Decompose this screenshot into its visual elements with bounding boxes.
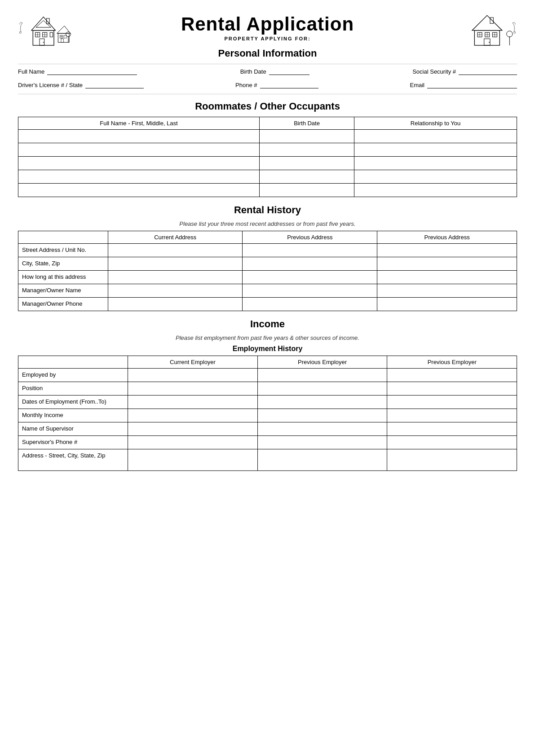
header: Rental Application PROPERTY APPLYING FOR… bbox=[18, 13, 517, 41]
emp-supervisor-current[interactable] bbox=[128, 422, 258, 436]
emp-income-prev2[interactable] bbox=[387, 409, 517, 422]
emp-addr-prev1[interactable] bbox=[257, 449, 387, 471]
table-row: City, State, Zip bbox=[18, 257, 517, 271]
house-right-icon bbox=[463, 5, 517, 50]
rental-manager-prev1[interactable] bbox=[243, 284, 377, 298]
emp-supphone-prev2[interactable] bbox=[387, 436, 517, 449]
svg-marker-1 bbox=[31, 17, 55, 31]
roommates-col-3: Relationship to You bbox=[354, 117, 517, 130]
birth-date-field[interactable] bbox=[269, 67, 310, 75]
table-row: Manager/Owner Name bbox=[18, 284, 517, 298]
emp-pos-prev1[interactable] bbox=[257, 382, 387, 396]
table-row: Monthly Income bbox=[18, 409, 517, 422]
svg-marker-23 bbox=[472, 15, 502, 30]
rental-row-label-1: Street Address / Unit No. bbox=[18, 244, 108, 257]
personal-info-row-2: Driver's License # / State Phone # Email bbox=[18, 80, 517, 88]
emp-income-prev1[interactable] bbox=[257, 409, 387, 422]
emp-dates-current[interactable] bbox=[128, 396, 258, 409]
emp-by-prev1[interactable] bbox=[257, 369, 387, 382]
roommate-bd-1[interactable] bbox=[260, 130, 354, 143]
emp-supphone-current[interactable] bbox=[128, 436, 258, 449]
table-row: Employed by bbox=[18, 369, 517, 382]
emp-by-prev2[interactable] bbox=[387, 369, 517, 382]
rental-history-note: Please list your three most recent addre… bbox=[18, 220, 517, 227]
roommate-rel-4[interactable] bbox=[354, 170, 517, 184]
rental-city-prev2[interactable] bbox=[377, 257, 517, 271]
rental-howlong-prev1[interactable] bbox=[243, 271, 377, 284]
emp-pos-current[interactable] bbox=[128, 382, 258, 396]
main-title: Rental Application bbox=[181, 13, 354, 35]
rental-phone-prev1[interactable] bbox=[243, 298, 377, 311]
emp-addr-current[interactable] bbox=[128, 449, 258, 471]
roommate-rel-1[interactable] bbox=[354, 130, 517, 143]
roommate-rel-2[interactable] bbox=[354, 143, 517, 157]
phone-field[interactable] bbox=[260, 80, 318, 88]
roommate-name-5[interactable] bbox=[18, 184, 260, 197]
emp-col-3: Previous Employer bbox=[387, 356, 517, 369]
rental-phone-current[interactable] bbox=[108, 298, 243, 311]
emp-addr-prev2[interactable] bbox=[387, 449, 517, 471]
emp-col-1: Current Employer bbox=[128, 356, 258, 369]
svg-point-0 bbox=[19, 31, 21, 33]
rental-manager-prev2[interactable] bbox=[377, 284, 517, 298]
svg-marker-14 bbox=[57, 26, 71, 34]
roommate-bd-2[interactable] bbox=[260, 143, 354, 157]
table-row bbox=[18, 170, 517, 184]
ssn-field[interactable] bbox=[459, 67, 517, 75]
roommate-bd-4[interactable] bbox=[260, 170, 354, 184]
email-field[interactable] bbox=[427, 80, 517, 88]
employment-table: Current Employer Previous Employer Previ… bbox=[18, 356, 517, 471]
roommate-rel-3[interactable] bbox=[354, 157, 517, 170]
roommate-name-3[interactable] bbox=[18, 157, 260, 170]
emp-income-current[interactable] bbox=[128, 409, 258, 422]
svg-rect-36 bbox=[490, 18, 493, 23]
svg-point-38 bbox=[507, 31, 513, 37]
roommate-rel-5[interactable] bbox=[354, 184, 517, 197]
emp-supervisor-prev2[interactable] bbox=[387, 422, 517, 436]
emp-row-label-7: Address - Street, City, State, Zip bbox=[18, 449, 128, 471]
rental-howlong-prev2[interactable] bbox=[377, 271, 517, 284]
rental-city-current[interactable] bbox=[108, 257, 243, 271]
birth-date-group: Birth Date bbox=[240, 67, 310, 75]
rental-howlong-current[interactable] bbox=[108, 271, 243, 284]
rental-col-1: Current Address bbox=[108, 231, 243, 244]
header-icon-left bbox=[18, 5, 72, 50]
rental-history-title: Rental History bbox=[18, 204, 517, 216]
emp-row-label-5: Name of Supervisor bbox=[18, 422, 128, 436]
svg-rect-20 bbox=[61, 39, 63, 42]
emp-pos-prev2[interactable] bbox=[387, 382, 517, 396]
emp-row-label-1: Employed by bbox=[18, 369, 128, 382]
table-row bbox=[18, 157, 517, 170]
roommate-name-1[interactable] bbox=[18, 130, 260, 143]
table-row: Name of Supervisor bbox=[18, 422, 517, 436]
emp-by-current[interactable] bbox=[128, 369, 258, 382]
rental-phone-prev2[interactable] bbox=[377, 298, 517, 311]
roommate-bd-5[interactable] bbox=[260, 184, 354, 197]
rental-street-current[interactable] bbox=[108, 244, 243, 257]
table-row bbox=[18, 184, 517, 197]
roommate-bd-3[interactable] bbox=[260, 157, 354, 170]
emp-supervisor-prev1[interactable] bbox=[257, 422, 387, 436]
rental-row-label-5: Manager/Owner Phone bbox=[18, 298, 108, 311]
emp-dates-prev1[interactable] bbox=[257, 396, 387, 409]
rental-city-prev1[interactable] bbox=[243, 257, 377, 271]
roommates-col-2: Birth Date bbox=[260, 117, 354, 130]
table-row: Position bbox=[18, 382, 517, 396]
personal-info-title: Personal Information bbox=[18, 48, 517, 59]
income-note: Please list employment from past five ye… bbox=[18, 334, 517, 341]
full-name-label: Full Name bbox=[18, 68, 44, 75]
full-name-field[interactable] bbox=[47, 67, 137, 75]
ssn-group: Social Security # bbox=[412, 67, 517, 75]
email-group: Email bbox=[410, 80, 517, 88]
roommate-name-4[interactable] bbox=[18, 170, 260, 184]
rental-manager-current[interactable] bbox=[108, 284, 243, 298]
rental-street-prev1[interactable] bbox=[243, 244, 377, 257]
roommate-name-2[interactable] bbox=[18, 143, 260, 157]
drivers-license-field[interactable] bbox=[85, 80, 144, 88]
emp-dates-prev2[interactable] bbox=[387, 396, 517, 409]
table-row: Address - Street, City, State, Zip bbox=[18, 449, 517, 471]
rental-street-prev2[interactable] bbox=[377, 244, 517, 257]
income-title: Income bbox=[18, 318, 517, 330]
personal-info-row-1: Full Name Birth Date Social Security # bbox=[18, 67, 517, 75]
emp-supphone-prev1[interactable] bbox=[257, 436, 387, 449]
